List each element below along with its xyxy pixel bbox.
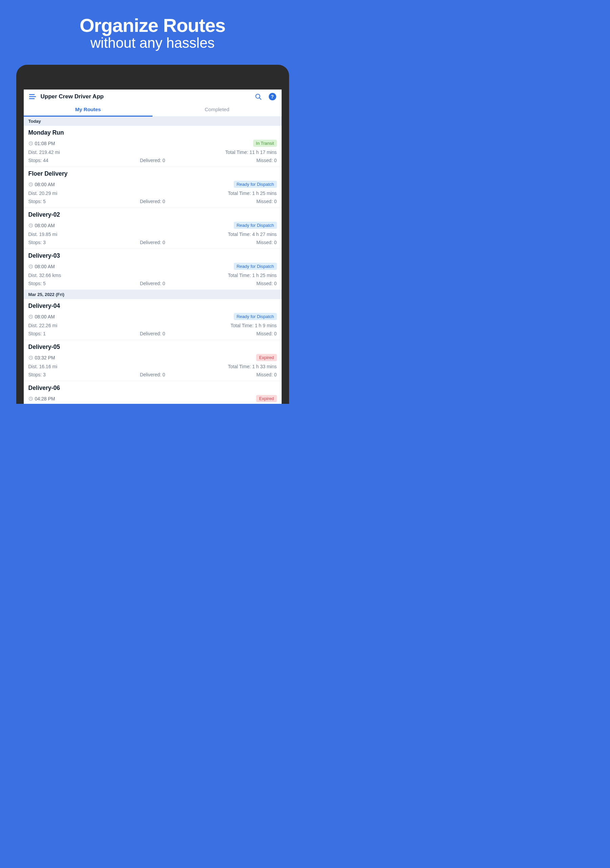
route-total-time: Total Time: 1 h 25 mins [153,191,277,196]
route-list[interactable]: TodayMonday Run01:08 PMIn TransitDist. 2… [24,117,282,404]
status-badge: In Transit [253,140,277,147]
route-delivered: Delivered: 0 [111,199,194,204]
route-card[interactable]: Delivery-0604:28 PMExpiredDist. 16.16 mi… [24,381,282,404]
route-time-row: 08:00 AMReady for Dispatch [28,261,277,271]
status-badge: Ready for Dispatch [234,222,277,229]
route-title: Monday Run [28,129,277,136]
status-badge: Ready for Dispatch [234,263,277,270]
route-card[interactable]: Floer Delivery08:00 AMReady for Dispatch… [24,167,282,208]
route-dist-row: Dist. 19.85 miTotal Time: 4 h 27 mins [28,230,277,239]
route-time: 08:00 AM [35,264,55,269]
route-card[interactable]: Delivery-0308:00 AMReady for DispatchDis… [24,249,282,290]
route-title: Delivery-06 [28,384,277,392]
clock-icon [28,396,33,401]
route-delivered: Delivered: 0 [111,281,194,286]
status-badge: Expired [256,354,277,361]
route-time: 08:00 AM [35,182,55,187]
route-stops: Stops: 5 [28,281,111,286]
route-stops: Stops: 44 [28,158,111,163]
route-stops: Stops: 5 [28,199,111,204]
route-stops-row: Stops: 5Delivered: 0Missed: 0 [28,279,277,288]
route-delivered: Delivered: 0 [111,372,194,377]
route-dist-row: Dist. 16.16 miTotal Time: 1 h 33 mins [28,403,277,404]
route-missed: Missed: 0 [194,372,277,377]
route-card[interactable]: Delivery-0503:32 PMExpiredDist. 16.16 mi… [24,340,282,381]
route-stops: Stops: 3 [28,240,111,245]
route-time: 08:00 AM [35,223,55,228]
route-stops-row: Stops: 1Delivered: 0Missed: 0 [28,330,277,338]
hero-title: Organize Routes [0,14,305,36]
route-time-row: 03:32 PMExpired [28,353,277,363]
route-stops: Stops: 1 [28,331,111,336]
route-time: 04:28 PM [35,396,55,401]
tabs: My Routes Completed [24,103,282,117]
route-distance: Dist. 22.26 mi [28,323,153,328]
route-total-time: Total Time: 4 h 27 mins [153,232,277,237]
app-screen: Upper Crew Driver App ? My Routes Comple… [24,90,282,404]
route-stops-row: Stops: 3Delivered: 0Missed: 0 [28,370,277,379]
route-dist-row: Dist. 20.29 miTotal Time: 1 h 25 mins [28,189,277,197]
route-distance: Dist. 19.85 mi [28,232,153,237]
app-title: Upper Crew Driver App [41,93,250,100]
hamburger-icon[interactable] [29,94,36,99]
help-button[interactable]: ? [269,93,276,100]
route-title: Delivery-02 [28,211,277,219]
route-title: Delivery-04 [28,302,277,310]
route-delivered: Delivered: 0 [111,240,194,245]
tab-completed[interactable]: Completed [153,103,282,117]
section-header: Today [24,117,282,126]
tab-my-routes[interactable]: My Routes [24,103,153,117]
route-card[interactable]: Delivery-0208:00 AMReady for DispatchDis… [24,208,282,249]
route-total-time: Total Time: 1 h 33 mins [153,364,277,369]
device-frame: Upper Crew Driver App ? My Routes Comple… [16,65,289,404]
route-dist-row: Dist. 16.16 miTotal Time: 1 h 33 mins [28,363,277,370]
clock-icon [28,141,33,146]
route-time: 08:00 AM [35,314,55,319]
route-card[interactable]: Delivery-0408:00 AMReady for DispatchDis… [24,299,282,340]
route-missed: Missed: 0 [194,240,277,245]
route-distance: Dist. 219.42 mi [28,150,153,155]
route-stops-row: Stops: 44Delivered: 0Missed: 0 [28,156,277,164]
route-distance: Dist. 20.29 mi [28,191,153,196]
route-distance: Dist. 16.16 mi [28,364,153,369]
hero: Organize Routes without any hassles [0,0,305,51]
route-time-row: 01:08 PMIn Transit [28,138,277,148]
route-total-time: Total Time: 1 h 9 mins [153,323,277,328]
clock-icon [28,314,33,319]
route-title: Delivery-05 [28,344,277,350]
route-title: Floer Delivery [28,170,277,177]
route-time-row: 08:00 AMReady for Dispatch [28,312,277,321]
status-badge: Expired [256,395,277,402]
route-delivered: Delivered: 0 [111,158,194,163]
route-missed: Missed: 0 [194,281,277,286]
status-badge: Ready for Dispatch [234,181,277,188]
clock-icon [28,264,33,269]
route-missed: Missed: 0 [194,331,277,336]
route-time: 01:08 PM [35,141,55,146]
clock-icon [28,182,33,187]
route-total-time: Total Time: 1 h 25 mins [153,273,277,278]
section-header: Mar 25, 2022 (Fri) [24,290,282,299]
route-stops: Stops: 3 [28,372,111,377]
route-total-time: Total Time: 11 h 17 mins [153,150,277,155]
route-dist-row: Dist. 22.26 miTotal Time: 1 h 9 mins [28,321,277,330]
route-card[interactable]: Monday Run01:08 PMIn TransitDist. 219.42… [24,126,282,167]
search-icon[interactable] [255,93,262,100]
route-time-row: 08:00 AMReady for Dispatch [28,179,277,189]
route-time-row: 08:00 AMReady for Dispatch [28,220,277,230]
route-stops-row: Stops: 3Delivered: 0Missed: 0 [28,239,277,246]
route-dist-row: Dist. 219.42 miTotal Time: 11 h 17 mins [28,148,277,156]
clock-icon [28,355,33,360]
clock-icon [28,223,33,228]
route-title: Delivery-03 [28,252,277,259]
app-header: Upper Crew Driver App ? [24,90,282,103]
route-missed: Missed: 0 [194,158,277,163]
route-time: 03:32 PM [35,355,55,360]
route-time-row: 04:28 PMExpired [28,394,277,403]
status-badge: Ready for Dispatch [234,313,277,320]
route-delivered: Delivered: 0 [111,331,194,336]
route-dist-row: Dist. 32.66 kmsTotal Time: 1 h 25 mins [28,271,277,279]
route-missed: Missed: 0 [194,199,277,204]
hero-subtitle: without any hassles [0,35,305,51]
route-distance: Dist. 32.66 kms [28,273,153,278]
